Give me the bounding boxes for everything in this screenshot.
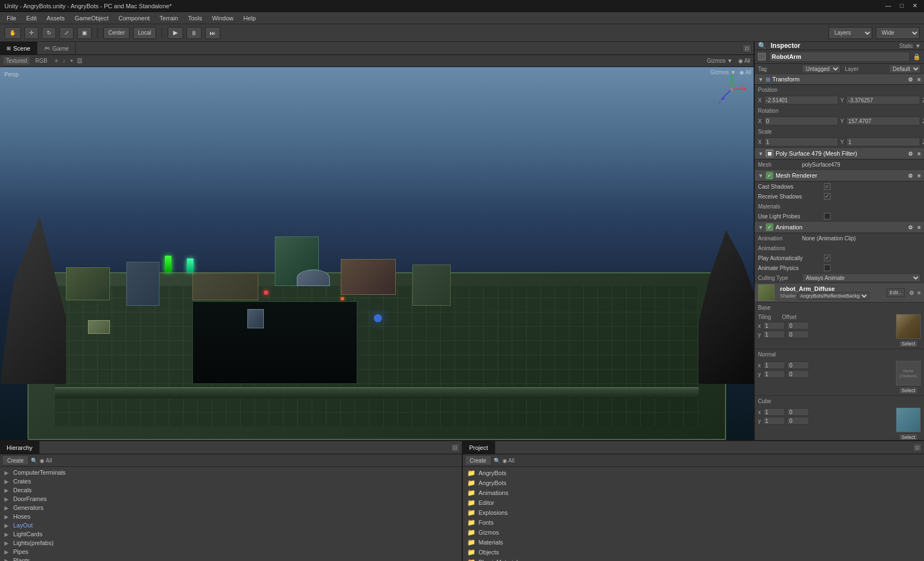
project-maximize[interactable]: ⊡: [913, 443, 922, 452]
scale-x-input[interactable]: [764, 138, 838, 146]
menu-terrain[interactable]: Terrain: [155, 14, 182, 23]
object-active-checkbox[interactable]: [758, 53, 766, 61]
proj-item-explosions[interactable]: 📁 Explosions: [463, 508, 925, 518]
light-icon[interactable]: ☀: [53, 58, 60, 64]
layers-dropdown[interactable]: Layers: [828, 27, 872, 39]
culling-select[interactable]: Always Animate: [802, 273, 921, 282]
menu-window[interactable]: Window: [208, 14, 238, 23]
shader-select[interactable]: AngryBots/ReflectiveBackgroundArbitraryG: [798, 292, 869, 300]
material-edit-btn[interactable]: Edit...: [887, 288, 905, 297]
hier-item-computer-terminals[interactable]: ▶ ComputerTerminals: [0, 468, 462, 477]
proj-item-objects[interactable]: 📁 Objects: [463, 547, 925, 557]
proj-item-angrybots2[interactable]: 📁 AngryBots: [463, 478, 925, 488]
mesh-renderer-header[interactable]: ▼ ✓ Mesh Renderer ⚙ ≡: [755, 169, 924, 182]
cube-off-y[interactable]: [787, 417, 809, 425]
proj-item-animations[interactable]: 📁 Animations: [463, 488, 925, 498]
minimize-icon[interactable]: —: [883, 2, 893, 9]
receive-shadows-checkbox[interactable]: [824, 193, 831, 200]
normal-texture-thumb[interactable]: None(Texture): [896, 361, 921, 386]
hier-item-layout[interactable]: ▶ LayOut: [0, 521, 462, 530]
normal-tile-y[interactable]: [763, 370, 785, 378]
hier-item-decals[interactable]: ▶ Decals: [0, 486, 462, 494]
normal-off-x[interactable]: [787, 361, 809, 369]
mesh-renderer-options[interactable]: ≡: [917, 173, 921, 179]
animate-physics-checkbox[interactable]: [824, 265, 831, 271]
hier-item-crates[interactable]: ▶ Crates: [0, 477, 462, 486]
tab-scene[interactable]: ⊞ Scene: [0, 42, 37, 54]
menu-file[interactable]: File: [2, 14, 21, 23]
menu-component[interactable]: Component: [114, 14, 154, 23]
render-mode[interactable]: Textured: [3, 57, 30, 65]
material-gear[interactable]: ⚙: [909, 290, 914, 296]
move-tool[interactable]: ✛: [24, 27, 38, 39]
hierarchy-create-btn[interactable]: Create: [2, 455, 29, 465]
cast-shadows-checkbox[interactable]: [824, 183, 831, 190]
audio-icon[interactable]: ♪: [62, 58, 67, 64]
animation-options[interactable]: ≡: [917, 224, 921, 230]
animation-header[interactable]: ▼ ✓ Animation ⚙ ≡: [755, 221, 924, 233]
base-tile-x[interactable]: [763, 322, 785, 329]
hier-item-generators[interactable]: ▶ Generators: [0, 503, 462, 512]
step-button[interactable]: ⏭: [205, 27, 220, 39]
material-options[interactable]: ≡: [917, 290, 921, 296]
rot-y-input[interactable]: [846, 117, 920, 125]
layout-dropdown[interactable]: Wide: [876, 27, 920, 39]
lock-icon[interactable]: 🔒: [913, 53, 921, 61]
normal-select-btn[interactable]: Select: [899, 387, 918, 394]
tag-select[interactable]: Untagged: [802, 64, 840, 73]
image-icon[interactable]: 🖼: [76, 58, 84, 64]
cube-tile-y[interactable]: [763, 417, 785, 425]
base-off-y[interactable]: [787, 331, 809, 338]
pause-button[interactable]: ⏸: [186, 27, 202, 39]
scene-maximize[interactable]: ⊡: [743, 44, 751, 53]
transform-header[interactable]: ▼ ⊞ Transform ⚙ ≡: [755, 74, 924, 85]
rotate-tool[interactable]: ↻: [42, 27, 56, 39]
proj-item-editor[interactable]: 📁 Editor: [463, 498, 925, 508]
menu-help[interactable]: Help: [239, 14, 261, 23]
scale-tool[interactable]: ⤢: [59, 27, 74, 39]
center-button[interactable]: Center: [103, 27, 130, 39]
base-off-x[interactable]: [787, 322, 809, 329]
hier-item-plants[interactable]: ▶ Plants: [0, 556, 462, 561]
proj-item-angrybots1[interactable]: 📁 AngryBots: [463, 468, 925, 478]
animation-gear[interactable]: ⚙: [908, 224, 913, 230]
tab-game[interactable]: 🎮 Game: [37, 42, 76, 54]
hierarchy-all-btn[interactable]: ◉ All: [40, 458, 52, 464]
hier-item-pipes[interactable]: ▶ Pipes: [0, 547, 462, 556]
mesh-filter-gear[interactable]: ⚙: [908, 151, 913, 157]
menu-assets[interactable]: Assets: [42, 14, 69, 23]
hier-item-lightcards[interactable]: ▶ LightCards: [0, 530, 462, 538]
effects-icon[interactable]: ✦: [68, 58, 75, 64]
base-texture-thumb[interactable]: [896, 314, 921, 339]
hier-item-doorframes[interactable]: ▶ DoorFrames: [0, 494, 462, 503]
project-create-btn[interactable]: Create: [465, 455, 491, 465]
menu-edit[interactable]: Edit: [22, 14, 41, 23]
local-button[interactable]: Local: [133, 27, 156, 39]
hier-item-lights[interactable]: ▶ Lights(prefabs): [0, 538, 462, 547]
cube-select-btn[interactable]: Select: [899, 433, 918, 440]
play-auto-checkbox[interactable]: [824, 255, 831, 261]
hierarchy-maximize[interactable]: ⊡: [451, 443, 460, 452]
cube-off-x[interactable]: [787, 408, 809, 416]
normal-tile-x[interactable]: [763, 361, 785, 369]
tab-hierarchy[interactable]: Hierarchy: [0, 441, 40, 454]
proj-item-materials[interactable]: 📁 Materials: [463, 537, 925, 547]
tab-project[interactable]: Project: [463, 441, 495, 454]
pos-x-input[interactable]: [764, 96, 838, 105]
static-dropdown-icon[interactable]: ▼: [915, 43, 921, 49]
base-select-btn[interactable]: Select: [899, 340, 918, 348]
mesh-filter-options[interactable]: ≡: [917, 151, 921, 157]
base-tile-y[interactable]: [763, 331, 785, 338]
play-button[interactable]: ▶: [168, 27, 183, 39]
light-probes-checkbox[interactable]: [824, 213, 831, 219]
proj-item-gizmos[interactable]: 📁 Gizmos: [463, 527, 925, 537]
maximize-icon[interactable]: □: [898, 2, 906, 9]
rect-tool[interactable]: ▣: [77, 27, 92, 39]
transform-gear[interactable]: ⚙: [908, 76, 913, 82]
object-name-input[interactable]: [769, 52, 910, 62]
close-icon[interactable]: ✕: [910, 2, 920, 9]
transform-options[interactable]: ≡: [917, 76, 921, 82]
rgb-mode[interactable]: RGB: [35, 58, 47, 64]
cube-texture-thumb[interactable]: [896, 408, 921, 432]
scale-y-input[interactable]: [846, 138, 920, 146]
